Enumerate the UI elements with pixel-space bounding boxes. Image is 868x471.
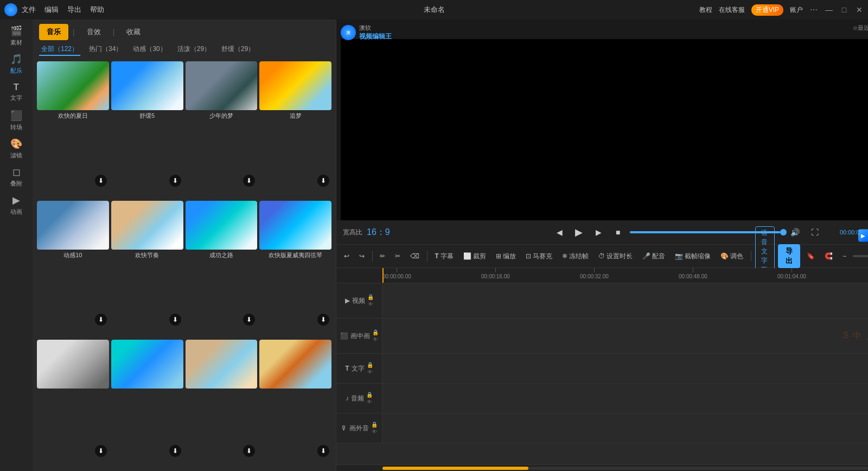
export-button[interactable]: 导出: [778, 244, 800, 268]
scale-button[interactable]: ⊞ 编放: [493, 250, 519, 263]
thumb-0: [37, 61, 109, 110]
delete-button[interactable]: ⌫: [407, 251, 423, 262]
text-eye-icon[interactable]: 👁: [367, 369, 373, 375]
audio-lock-icon[interactable]: 🔒: [366, 392, 373, 398]
music-item-5[interactable]: ⬇ 欢快节奏: [111, 201, 183, 338]
music-item-7[interactable]: ⬇ 欢快版夏威夷四弦琴: [259, 201, 331, 338]
category-lively[interactable]: 活泼（29）: [175, 43, 213, 56]
magnet-button[interactable]: 🧲: [821, 251, 836, 262]
stop-button[interactable]: ■: [610, 225, 626, 240]
category-calm[interactable]: 舒缓（29）: [219, 43, 257, 56]
menu-edit[interactable]: 编辑: [44, 5, 59, 15]
progress-bar[interactable]: [630, 231, 783, 233]
pip-track-content[interactable]: S 中 🎤 ⊞ 👕: [382, 319, 868, 353]
vip-button[interactable]: 开通VIP: [751, 4, 783, 16]
sidebar-item-transition[interactable]: ⬛ 转场: [0, 106, 33, 135]
video-eye-icon[interactable]: 👁: [368, 301, 373, 307]
menu-help[interactable]: 帮助: [90, 5, 104, 15]
download-10[interactable]: ⬇: [243, 445, 255, 457]
video-lock-icon[interactable]: 🔒: [367, 294, 374, 300]
tutorial-link[interactable]: 教程: [699, 5, 712, 15]
cut-button[interactable]: ✂: [392, 251, 404, 262]
zoom-slider[interactable]: [853, 255, 868, 257]
category-all[interactable]: 全部（122）: [39, 43, 80, 56]
music-item-6[interactable]: ⬇ 成功之路: [186, 201, 258, 338]
download-1[interactable]: ⬇: [169, 175, 181, 187]
progress-thumb[interactable]: [780, 229, 787, 236]
download-4[interactable]: ⬇: [95, 314, 107, 326]
sidebar-item-overlay[interactable]: ◻ 叠附: [0, 163, 33, 191]
scrollbar-track[interactable]: [382, 467, 868, 470]
audio-eye-icon[interactable]: 👁: [367, 399, 372, 405]
snapshot-button[interactable]: 📷 截帧缩像: [672, 250, 714, 263]
sidebar-item-music[interactable]: 🎵 配乐: [0, 50, 33, 78]
music-item-4[interactable]: ⬇ 动感10: [37, 201, 109, 338]
fullscreen-button[interactable]: ⛶: [807, 225, 822, 240]
pip-lock-icon[interactable]: 🔒: [372, 329, 379, 335]
music-item-9[interactable]: ⬇: [111, 340, 183, 469]
support-link[interactable]: 在线客服: [719, 5, 745, 15]
download-5[interactable]: ⬇: [169, 314, 181, 326]
caption-button[interactable]: T 字幕: [431, 250, 456, 263]
category-hot[interactable]: 热门（34）: [87, 43, 124, 56]
sidebar-item-filter[interactable]: 🎨 滤镜: [0, 135, 33, 163]
download-6[interactable]: ⬇: [243, 314, 255, 326]
music-item-1[interactable]: ⬇ 舒缓5: [111, 61, 183, 199]
music-item-8[interactable]: ⬇: [37, 340, 109, 469]
music-item-11[interactable]: ⬇: [259, 340, 331, 469]
download-8[interactable]: ⬇: [95, 445, 107, 457]
next-frame-button[interactable]: ▶: [591, 225, 606, 240]
download-9[interactable]: ⬇: [169, 445, 181, 457]
menu-export[interactable]: 导出: [67, 5, 81, 15]
sidebar-item-animation[interactable]: ▶ 动画: [0, 191, 33, 219]
tab-music[interactable]: 音乐: [39, 24, 68, 40]
music-item-10[interactable]: ⬇: [186, 340, 258, 469]
download-0[interactable]: ⬇: [95, 175, 107, 187]
play-button[interactable]: ▶: [571, 225, 586, 240]
ime-panel[interactable]: ▶: [858, 230, 868, 242]
text-lock-icon[interactable]: 🔒: [367, 362, 373, 368]
close-button[interactable]: ✕: [855, 5, 864, 14]
music-item-3[interactable]: ⬇ 追梦: [259, 61, 331, 199]
music-item-2[interactable]: ⬇ 少年的梦: [186, 61, 258, 199]
more-button[interactable]: ⋯: [809, 5, 818, 14]
sidebar-label-overlay: 叠附: [10, 180, 22, 188]
scrollbar-thumb[interactable]: [382, 467, 528, 470]
menu-file[interactable]: 文件: [22, 5, 36, 15]
tab-favorites[interactable]: 收藏: [119, 24, 148, 40]
download-11[interactable]: ⬇: [317, 445, 329, 457]
sidebar-item-text[interactable]: T 文字: [0, 78, 33, 106]
preview-area: 澳 澳软 视频编辑王 ⊙最近保存 11:37: [336, 20, 868, 220]
voiceover-track-content[interactable]: [382, 413, 868, 443]
text-track-content[interactable]: [382, 354, 868, 383]
download-7[interactable]: ⬇: [317, 314, 329, 326]
dub-button[interactable]: 🎤 配音: [639, 250, 668, 263]
pip-eye-icon[interactable]: 👁: [373, 336, 378, 342]
maximize-button[interactable]: □: [840, 5, 848, 14]
minimize-button[interactable]: —: [825, 5, 833, 14]
prev-frame-button[interactable]: ◀: [552, 225, 567, 240]
voiceover-eye-icon[interactable]: 👁: [372, 429, 377, 435]
music-item-0[interactable]: ⬇ 欢快的夏日: [37, 61, 109, 199]
freeze-button[interactable]: ❄ 冻结帧: [559, 250, 592, 263]
pen-button[interactable]: ✏: [376, 251, 388, 262]
account-link[interactable]: 账户: [790, 5, 803, 15]
video-track-content[interactable]: [382, 283, 868, 318]
audio-track-content[interactable]: [382, 384, 868, 413]
voiceover-lock-icon[interactable]: 🔒: [371, 422, 378, 428]
playhead[interactable]: [382, 268, 384, 283]
mosaic-button[interactable]: ⊡ 马赛克: [522, 250, 556, 263]
crop-button[interactable]: ⬜ 裁剪: [460, 250, 489, 263]
color-button[interactable]: 🎨 调色: [717, 250, 746, 263]
category-dynamic[interactable]: 动感（30）: [131, 43, 168, 56]
zoom-out-button[interactable]: −: [839, 251, 850, 262]
volume-button[interactable]: 🔊: [788, 225, 803, 240]
sidebar-item-media[interactable]: 🎬 素材: [0, 22, 33, 50]
download-2[interactable]: ⬇: [243, 175, 255, 187]
download-3[interactable]: ⬇: [317, 175, 329, 187]
duration-button[interactable]: ⏱ 设置时长: [595, 250, 636, 263]
undo-button[interactable]: ↩: [341, 251, 353, 262]
sticker-button[interactable]: 🔖: [803, 251, 818, 262]
tab-sfx[interactable]: 音效: [79, 24, 108, 40]
redo-button[interactable]: ↪: [356, 251, 368, 262]
